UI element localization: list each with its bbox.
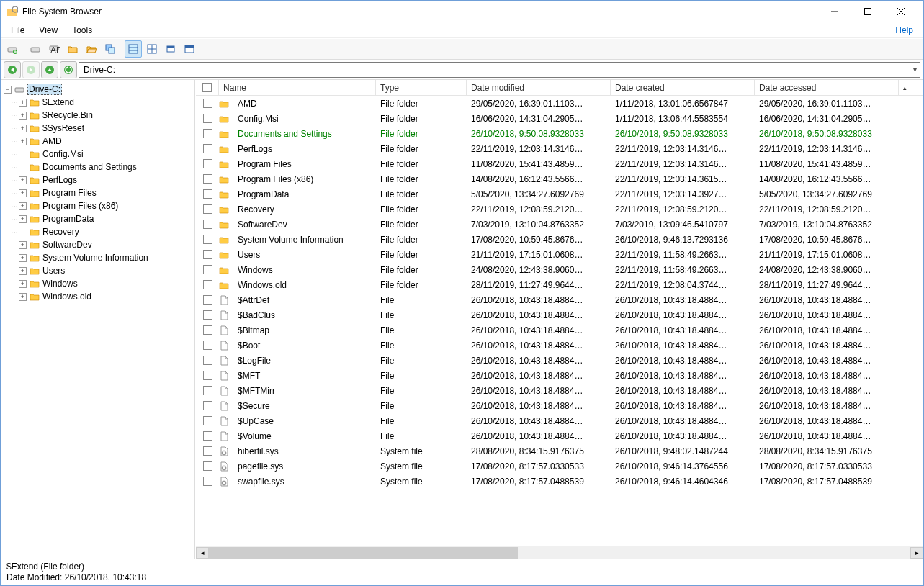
tree-item[interactable]: ⋯+Program Files (1, 186, 194, 199)
col-overflow-icon[interactable]: ▴ (899, 80, 909, 95)
close-button[interactable] (884, 1, 918, 22)
tree-pane[interactable]: − Drive-C: ⋯+$Extend⋯+$Recycle.Bin⋯+$Sys… (1, 80, 195, 559)
expand-icon[interactable]: + (19, 267, 27, 275)
col-created[interactable]: Date created (611, 80, 755, 95)
table-row[interactable]: Config.MsiFile folder16/06/2020, 14:31:0… (196, 111, 923, 126)
table-row[interactable]: hiberfil.sysSystem file28/08/2020, 8:34:… (196, 443, 923, 459)
up-button[interactable] (41, 61, 58, 78)
tree-item[interactable]: ⋯+$Extend (1, 96, 194, 109)
table-row[interactable]: $BadClusFile26/10/2018, 10:43:18.4884…26… (196, 307, 923, 323)
menu-tools[interactable]: Tools (66, 24, 98, 37)
table-row[interactable]: $BitmapFile26/10/2018, 10:43:18.4884…26/… (196, 323, 923, 338)
table-row[interactable]: $VolumeFile26/10/2018, 10:43:18.4884…26/… (196, 428, 923, 443)
view-medium-icon[interactable] (181, 40, 198, 58)
row-checkbox[interactable] (196, 386, 219, 395)
row-checkbox[interactable] (196, 204, 219, 214)
tree-item[interactable]: ⋯+Program Files (x86) (1, 199, 194, 212)
table-row[interactable]: WindowsFile folder24/08/2020, 12:43:38.9… (196, 262, 923, 277)
tree-item[interactable]: ⋯Config.Msi (1, 148, 194, 161)
row-checkbox[interactable] (196, 250, 219, 259)
path-input[interactable]: Drive-C: ▾ (79, 62, 920, 78)
tree-item[interactable]: ⋯+$Recycle.Bin (1, 109, 194, 122)
tree-item[interactable]: ⋯+AMD (1, 135, 194, 148)
expand-icon[interactable]: + (19, 99, 27, 107)
table-row[interactable]: Windows.oldFile folder28/11/2019, 11:27:… (196, 277, 923, 292)
col-name[interactable]: Name (219, 80, 376, 95)
row-checkbox[interactable] (196, 325, 219, 335)
table-row[interactable]: swapfile.sysSystem file17/08/2020, 8:17:… (196, 474, 923, 489)
rows-container[interactable]: AMDFile folder29/05/2020, 16:39:01.1103…… (196, 96, 923, 546)
table-row[interactable]: $BootFile26/10/2018, 10:43:18.4884…26/10… (196, 338, 923, 353)
drive-icon[interactable] (27, 40, 44, 58)
row-checkbox[interactable] (196, 416, 219, 425)
tree-item[interactable]: ⋯+PerfLogs (1, 173, 194, 186)
row-checkbox[interactable] (196, 159, 219, 168)
scroll-thumb[interactable] (209, 547, 518, 559)
table-row[interactable]: Program Files (x86)File folder14/08/2020… (196, 171, 923, 186)
table-row[interactable]: $UpCaseFile26/10/2018, 10:43:18.4884…26/… (196, 413, 923, 428)
tree-item[interactable]: ⋯+Windows (1, 277, 194, 290)
table-row[interactable]: $AttrDefFile26/10/2018, 10:43:18.4884…26… (196, 292, 923, 307)
tree-item[interactable]: ⋯+SoftwareDev (1, 238, 194, 251)
refresh-button[interactable] (60, 61, 77, 78)
tree-item[interactable]: ⋯+Users (1, 264, 194, 277)
forward-button[interactable] (22, 61, 40, 78)
row-checkbox[interactable] (196, 114, 219, 123)
drive-add-icon[interactable] (4, 40, 21, 58)
col-accessed[interactable]: Date accessed (755, 80, 899, 95)
table-row[interactable]: RecoveryFile folder22/11/2019, 12:08:59.… (196, 202, 923, 217)
table-row[interactable]: Program FilesFile folder11/08/2020, 15:4… (196, 156, 923, 171)
row-checkbox[interactable] (196, 401, 219, 410)
menu-help[interactable]: Help (889, 24, 919, 37)
expand-icon[interactable]: + (19, 241, 27, 249)
row-checkbox[interactable] (196, 280, 219, 289)
view-grid-icon[interactable] (143, 40, 161, 58)
tree-item[interactable]: ⋯Recovery (1, 225, 194, 238)
table-row[interactable]: $MFTMirrFile26/10/2018, 10:43:18.4884…26… (196, 383, 923, 398)
tree-root[interactable]: − Drive-C: (1, 83, 194, 96)
row-checkbox[interactable] (196, 461, 219, 471)
expand-icon[interactable]: + (19, 293, 27, 301)
expand-icon[interactable]: + (19, 112, 27, 120)
tree-item[interactable]: ⋯+$SysReset (1, 122, 194, 135)
expand-icon[interactable]: + (19, 138, 27, 145)
scroll-left-icon[interactable]: ◂ (196, 547, 209, 559)
collapse-icon[interactable]: − (4, 86, 12, 94)
table-row[interactable]: pagefile.sysSystem file17/08/2020, 8:17:… (196, 459, 923, 474)
tree-item[interactable]: ⋯+Windows.old (1, 290, 194, 303)
col-modified[interactable]: Date modified (467, 80, 611, 95)
table-row[interactable]: PerfLogsFile folder22/11/2019, 12:03:14.… (196, 141, 923, 156)
table-row[interactable]: System Volume InformationFile folder17/0… (196, 232, 923, 247)
table-row[interactable]: UsersFile folder21/11/2019, 17:15:01.060… (196, 247, 923, 262)
table-row[interactable]: $LogFileFile26/10/2018, 10:43:18.4884…26… (196, 353, 923, 368)
row-checkbox[interactable] (196, 431, 219, 441)
expand-icon[interactable]: + (19, 189, 27, 197)
row-checkbox[interactable] (196, 446, 219, 456)
table-row[interactable]: SoftwareDevFile folder7/03/2019, 13:10:0… (196, 217, 923, 232)
expand-icon[interactable]: + (19, 176, 27, 184)
row-checkbox[interactable] (196, 189, 219, 199)
view-small-icon[interactable] (162, 40, 179, 58)
drive-abc-icon[interactable]: ABC (45, 40, 63, 58)
table-row[interactable]: AMDFile folder29/05/2020, 16:39:01.1103…… (196, 96, 923, 111)
expand-icon[interactable]: + (19, 254, 27, 262)
expand-icon[interactable]: + (19, 125, 27, 132)
table-row[interactable]: $MFTFile26/10/2018, 10:43:18.4884…26/10/… (196, 368, 923, 383)
col-type[interactable]: Type (376, 80, 467, 95)
expand-icon[interactable]: + (19, 215, 27, 223)
row-checkbox[interactable] (196, 220, 219, 229)
expand-icon[interactable]: + (19, 202, 27, 210)
cascade-icon[interactable] (102, 40, 119, 58)
back-button[interactable] (4, 61, 21, 78)
row-checkbox[interactable] (196, 341, 219, 350)
maximize-button[interactable] (851, 1, 884, 22)
horizontal-scrollbar[interactable]: ◂ ▸ (196, 546, 923, 559)
menu-file[interactable]: File (5, 24, 30, 37)
scroll-right-icon[interactable]: ▸ (910, 547, 923, 559)
menu-view[interactable]: View (33, 24, 63, 37)
col-checkbox[interactable] (196, 80, 219, 95)
chevron-down-icon[interactable]: ▾ (913, 66, 917, 73)
tree-item[interactable]: ⋯+System Volume Information (1, 251, 194, 264)
tree-item[interactable]: ⋯+ProgramData (1, 212, 194, 225)
row-checkbox[interactable] (196, 99, 219, 108)
